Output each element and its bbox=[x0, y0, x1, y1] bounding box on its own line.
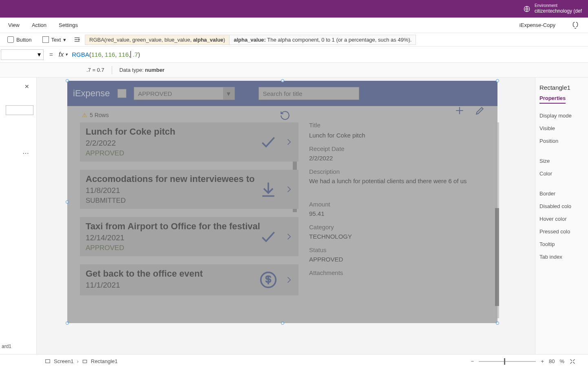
status-bar: Screen1 › Rectangle1 − + 80 % bbox=[0, 354, 588, 368]
fx-label[interactable]: fx▾ bbox=[59, 51, 68, 58]
search-placeholder: Search for title bbox=[263, 90, 303, 97]
properties-pane: Rectangle1 Properties Display modeVisibl… bbox=[535, 78, 588, 368]
zoom-in-icon[interactable]: + bbox=[541, 358, 544, 364]
detail-title-label: Title bbox=[309, 122, 490, 129]
insert-text[interactable]: Text ▾ bbox=[39, 35, 70, 44]
app-checker-icon[interactable] bbox=[571, 21, 580, 30]
expense-card[interactable]: Lunch for Coke pitch2/2/2022APPROVED bbox=[80, 122, 298, 162]
detail-category-label: Category bbox=[309, 224, 490, 231]
property-row[interactable]: Display mode bbox=[539, 109, 584, 122]
more-icon[interactable]: ⋯ bbox=[22, 149, 30, 157]
edit-icon[interactable] bbox=[475, 105, 485, 116]
search-tree-input[interactable] bbox=[6, 105, 33, 115]
breadcrumb-screen[interactable]: Screen1 bbox=[54, 358, 73, 364]
svg-point-1 bbox=[78, 39, 80, 40]
insert-button[interactable]: Button bbox=[4, 35, 35, 44]
refresh-icon[interactable] bbox=[280, 110, 290, 121]
selected-element-name: Rectangle1 bbox=[539, 84, 584, 91]
datatype-label: Data type: number bbox=[119, 67, 165, 73]
chevron-right-icon[interactable] bbox=[285, 182, 293, 196]
detail-desc-label: Description bbox=[309, 168, 490, 175]
chevron-right-icon[interactable] bbox=[285, 135, 293, 149]
menu-settings[interactable]: Settings bbox=[59, 22, 78, 28]
equals-sign: = bbox=[44, 51, 59, 58]
property-row[interactable]: Tooltip bbox=[539, 238, 584, 251]
result-value: .7 = 0.7 bbox=[86, 67, 104, 73]
detail-scrollbar-thumb[interactable] bbox=[495, 208, 499, 306]
close-icon[interactable]: ✕ bbox=[24, 83, 29, 90]
environment-value: citizentechnology (def bbox=[535, 8, 582, 15]
command-bar: View Action Settings iExpense-Copy bbox=[0, 18, 588, 33]
detail-amount-value: 95.41 bbox=[309, 210, 490, 217]
property-row[interactable]: Disabled colo bbox=[539, 200, 584, 213]
dropdown-value: APPROVED bbox=[138, 90, 172, 97]
expense-detail-pane: Title Lunch for Coke pitch Receipt Date … bbox=[302, 106, 497, 323]
detail-amount-label: Amount bbox=[309, 201, 490, 208]
formula-param-help: alpha_value: The alpha component, 0 to 1… bbox=[230, 35, 416, 45]
detail-attachments-label: Attachments bbox=[309, 269, 490, 276]
menu-view[interactable]: View bbox=[8, 22, 20, 28]
status-icon bbox=[259, 271, 277, 289]
app-canvas[interactable]: iExpense APPROVED ▼ Search for title ⚠ bbox=[67, 81, 497, 323]
detail-date-value: 2/2/2022 bbox=[309, 155, 490, 162]
settings-icon[interactable] bbox=[73, 36, 81, 43]
fit-icon[interactable] bbox=[569, 358, 576, 365]
button-label: Button bbox=[16, 37, 32, 43]
environment-icon bbox=[523, 5, 531, 13]
expense-card[interactable]: Get back to the office event11/1/2021 bbox=[80, 264, 298, 295]
expense-card[interactable]: Accomodations for new interviewees to11/… bbox=[80, 170, 298, 209]
property-row[interactable]: Color bbox=[539, 167, 584, 180]
status-icon bbox=[259, 133, 277, 151]
environment-label: Environment bbox=[535, 3, 582, 8]
detail-desc-value: We had a lunch for potential clients and… bbox=[309, 177, 490, 184]
formula-result-bar: .7 = 0.7 Data type: number bbox=[0, 63, 588, 78]
status-icon bbox=[259, 228, 277, 246]
property-row[interactable]: Hover color bbox=[539, 213, 584, 225]
breadcrumb-element[interactable]: Rectangle1 bbox=[91, 358, 118, 364]
expense-list-pane: ⚠ 5 Rows Lunch for Coke pitch2/2/2022APP… bbox=[67, 106, 302, 323]
chevron-down-icon: ▾ bbox=[63, 37, 66, 43]
warning-icon: ⚠ bbox=[82, 112, 87, 118]
search-input[interactable]: Search for title bbox=[259, 87, 359, 100]
button-icon bbox=[7, 36, 14, 43]
chevron-down-icon: ▼ bbox=[223, 87, 234, 100]
chevron-down-icon: ▾ bbox=[38, 51, 41, 58]
tree-view-pane: ✕ ⋯ bbox=[0, 78, 37, 368]
file-name: iExpense-Copy bbox=[519, 22, 555, 28]
add-icon[interactable] bbox=[454, 105, 465, 116]
expense-card[interactable]: Taxi from Airport to Office for the fest… bbox=[80, 217, 298, 256]
property-row[interactable]: Size bbox=[539, 155, 584, 167]
formula-input[interactable]: RGBA(116, 116, 116, .7) bbox=[68, 51, 588, 58]
detail-category-value: TECHNOLOGY bbox=[309, 233, 490, 240]
detail-status-label: Status bbox=[309, 246, 490, 253]
title-bar: Environment citizentechnology (def bbox=[0, 0, 588, 18]
filter-checkbox[interactable] bbox=[117, 89, 126, 98]
property-row[interactable]: Border bbox=[539, 187, 584, 200]
property-row[interactable]: Visible bbox=[539, 122, 584, 135]
canvas-area: iExpense APPROVED ▼ Search for title ⚠ bbox=[37, 78, 535, 368]
formula-bar: ▾ = fx▾ RGBA(116, 116, 116, .7) bbox=[0, 47, 588, 63]
insert-toolbar: Button Text ▾ RGBA(red_value, green_valu… bbox=[0, 33, 588, 47]
status-dropdown[interactable]: APPROVED ▼ bbox=[134, 87, 235, 100]
menu-action[interactable]: Action bbox=[32, 22, 46, 28]
property-row[interactable]: Pressed colo bbox=[539, 225, 584, 238]
zoom-percent: % bbox=[559, 358, 564, 364]
svg-rect-4 bbox=[83, 360, 86, 363]
app-header: iExpense APPROVED ▼ Search for title bbox=[67, 81, 497, 106]
property-selector[interactable]: ▾ bbox=[1, 49, 44, 60]
svg-rect-3 bbox=[46, 359, 50, 363]
status-icon bbox=[259, 180, 277, 198]
zoom-out-icon[interactable]: − bbox=[471, 358, 474, 364]
text-icon bbox=[42, 36, 49, 43]
chevron-right-icon[interactable] bbox=[285, 230, 293, 244]
chevron-right-icon[interactable] bbox=[285, 273, 293, 287]
zoom-slider[interactable] bbox=[479, 361, 536, 362]
detail-status-value: APPROVED bbox=[309, 256, 490, 263]
property-row[interactable]: Tab index bbox=[539, 251, 584, 263]
text-label: Text bbox=[51, 37, 61, 43]
chevron-right-icon: › bbox=[77, 358, 78, 364]
properties-tab[interactable]: Properties bbox=[539, 95, 566, 104]
rect-icon bbox=[82, 359, 88, 364]
tree-node-label: ard1 bbox=[2, 344, 11, 349]
property-row[interactable]: Position bbox=[539, 135, 584, 147]
